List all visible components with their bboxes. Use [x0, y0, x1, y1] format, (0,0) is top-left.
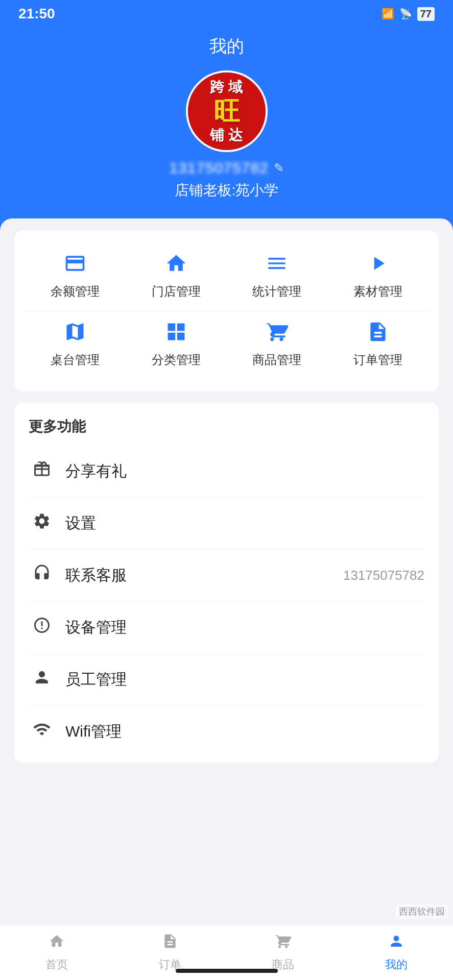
page-header: 我的 — [0, 28, 453, 70]
wifi-status-icon: 📡 — [399, 8, 412, 20]
category-icon — [165, 321, 187, 347]
more-item-device[interactable]: 设备管理 — [29, 602, 424, 654]
mgmt-item-table[interactable]: 桌台管理 — [25, 313, 126, 377]
device-icon — [29, 616, 55, 639]
support-phone: 13175075782 — [343, 568, 424, 583]
avatar-big-char: 旺 — [213, 96, 240, 126]
more-item-wifi-label: Wifi管理 — [65, 721, 122, 742]
mgmt-item-media[interactable]: 素材管理 — [327, 245, 428, 309]
more-functions-title: 更多功能 — [29, 417, 424, 436]
avatar-top-row: 跨 域 — [210, 78, 244, 97]
nav-item-mine[interactable]: 我的 — [340, 924, 453, 980]
mgmt-item-stats[interactable]: 统计管理 — [227, 245, 328, 309]
mgmt-item-goods[interactable]: 商品管理 — [227, 313, 328, 377]
status-time: 21:50 — [18, 6, 55, 22]
shop-owner-label: 店铺老板:苑小学 — [175, 181, 279, 200]
signal-icon: 📶 — [382, 8, 394, 20]
mgmt-label-balance: 余额管理 — [51, 283, 100, 300]
nav-goods-icon — [275, 933, 291, 954]
avatar-char-bottom-right: 达 — [228, 126, 244, 145]
avatar-inner: 跨 域 旺 铺 达 — [188, 72, 266, 150]
main-content: 余额管理 门店管理 统计管理 — [0, 218, 453, 840]
bottom-spacer — [14, 774, 439, 840]
mgmt-label-media: 素材管理 — [353, 283, 402, 300]
more-item-settings[interactable]: 设置 — [29, 498, 424, 550]
mgmt-label-store: 门店管理 — [152, 283, 201, 300]
more-item-support[interactable]: 联系客服 13175075782 — [29, 550, 424, 602]
page-title: 我的 — [209, 36, 244, 56]
mgmt-item-orders[interactable]: 订单管理 — [327, 313, 428, 377]
more-item-share-label: 分享有礼 — [65, 461, 127, 482]
orders-icon — [367, 321, 389, 347]
nav-home-label: 首页 — [45, 957, 68, 972]
more-item-share[interactable]: 分享有礼 — [29, 446, 424, 498]
store-icon — [165, 252, 187, 278]
avatar-big-char-container: 旺 — [213, 98, 240, 125]
watermark-text: 西西软件园 — [399, 906, 445, 917]
avatar-bottom-row: 铺 达 — [210, 126, 244, 145]
more-item-device-label: 设备管理 — [65, 617, 127, 638]
settings-icon — [29, 512, 55, 535]
more-item-employee[interactable]: 员工管理 — [29, 654, 424, 706]
more-item-employee-label: 员工管理 — [65, 669, 127, 690]
mgmt-label-table: 桌台管理 — [51, 352, 100, 368]
home-indicator — [176, 969, 278, 973]
nav-item-home[interactable]: 首页 — [0, 924, 113, 980]
more-item-support-label: 联系客服 — [65, 565, 127, 586]
mgmt-label-orders: 订单管理 — [353, 352, 402, 368]
mgmt-label-category: 分类管理 — [152, 352, 201, 368]
nav-mine-label: 我的 — [385, 957, 408, 972]
headset-icon — [29, 564, 55, 587]
edit-icon[interactable]: ✎ — [274, 161, 284, 175]
mgmt-item-store[interactable]: 门店管理 — [126, 245, 227, 309]
goods-icon — [266, 321, 288, 347]
username-text: 13175075782 — [169, 159, 269, 177]
more-item-wifi[interactable]: Wifi管理 — [29, 706, 424, 748]
mgmt-item-balance[interactable]: 余额管理 — [25, 245, 126, 309]
mgmt-divider — [25, 311, 428, 311]
avatar-char-top-left: 跨 — [210, 78, 225, 97]
avatar-char-bottom-left: 铺 — [210, 126, 225, 145]
more-item-settings-label: 设置 — [65, 513, 96, 534]
person-icon — [29, 668, 55, 691]
wallet-icon — [64, 252, 86, 278]
username-row: 13175075782 ✎ — [169, 159, 284, 177]
stats-icon — [266, 252, 288, 278]
nav-mine-icon — [388, 933, 404, 954]
mgmt-label-goods: 商品管理 — [252, 352, 301, 368]
gift-icon — [29, 460, 55, 483]
watermark: 西西软件园 — [396, 904, 448, 919]
media-icon — [367, 252, 389, 278]
nav-home-icon — [49, 933, 65, 954]
status-bar: 21:50 📶 📡 77 — [0, 0, 453, 28]
profile-section: 跨 域 旺 铺 达 13175075782 ✎ 店铺老板:苑小学 — [0, 70, 453, 231]
status-icons: 📶 📡 77 — [382, 7, 435, 21]
avatar-char-top-right: 域 — [228, 78, 244, 97]
more-functions-card: 更多功能 分享有礼 设置 — [14, 403, 439, 763]
wifi-icon — [29, 720, 55, 743]
table-icon — [64, 321, 86, 347]
management-card: 余额管理 门店管理 统计管理 — [14, 231, 439, 391]
nav-orders-icon — [162, 933, 178, 954]
avatar[interactable]: 跨 域 旺 铺 达 — [186, 70, 268, 152]
management-grid: 余额管理 门店管理 统计管理 — [25, 245, 428, 377]
mgmt-label-stats: 统计管理 — [252, 283, 301, 300]
mgmt-item-category[interactable]: 分类管理 — [126, 313, 227, 377]
battery-icon: 77 — [417, 7, 435, 21]
